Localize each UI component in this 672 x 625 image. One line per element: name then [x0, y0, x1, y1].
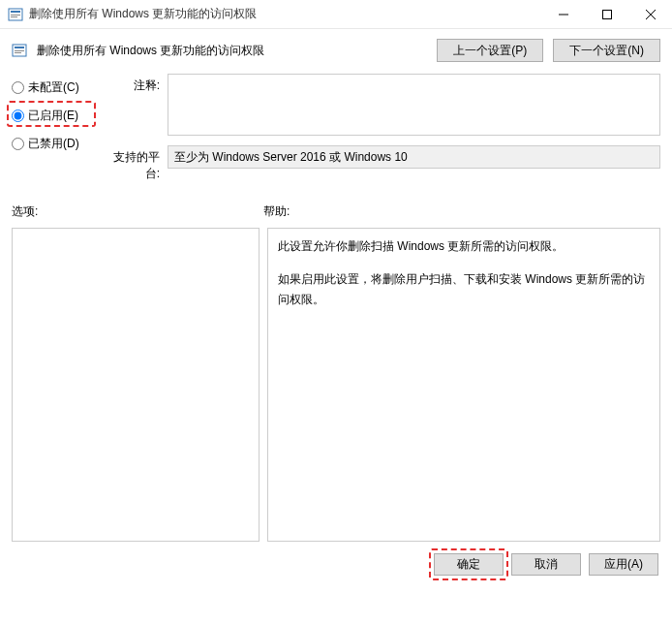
minimize-button[interactable] [541, 0, 585, 28]
radio-disabled[interactable]: 已禁用(D) [12, 136, 113, 152]
content-area: 此设置允许你删除扫描 Windows 更新所需的访问权限。 如果启用此设置，将删… [0, 222, 672, 542]
header-row: 删除使用所有 Windows 更新功能的访问权限 上一个设置(P) 下一个设置(… [0, 29, 672, 68]
policy-icon [8, 7, 23, 22]
fields-column: 注释: 支持的平台: 至少为 Windows Server 2016 或 Win… [113, 74, 660, 192]
radio-enabled-input[interactable] [12, 109, 24, 122]
svg-rect-10 [15, 50, 24, 51]
help-label: 帮助: [263, 203, 290, 220]
svg-rect-1 [11, 11, 20, 13]
help-text-1: 此设置允许你删除扫描 Windows 更新所需的访问权限。 [278, 236, 650, 256]
radio-not-configured-input[interactable] [12, 81, 24, 94]
svg-rect-3 [11, 16, 17, 17]
radio-not-configured[interactable]: 未配置(C) [12, 79, 113, 96]
svg-rect-11 [15, 52, 21, 53]
help-text-2: 如果启用此设置，将删除用户扫描、下载和安装 Windows 更新所需的访问权限。 [278, 269, 650, 309]
options-label: 选项: [12, 203, 263, 220]
comment-input[interactable] [168, 74, 660, 136]
radio-enabled[interactable]: 已启用(E) [12, 108, 113, 124]
close-button[interactable] [628, 0, 672, 28]
footer: 确定 取消 应用(A) [0, 542, 672, 587]
help-panel: 此设置允许你删除扫描 Windows 更新所需的访问权限。 如果启用此设置，将删… [267, 228, 660, 542]
platform-row: 支持的平台: 至少为 Windows Server 2016 或 Windows… [113, 145, 660, 182]
config-area: 未配置(C) 已启用(E) 已禁用(D) 注释: 支持的平台: 至少为 Wind… [0, 68, 672, 198]
policy-name: 删除使用所有 Windows 更新功能的访问权限 [37, 43, 427, 59]
policy-icon [12, 43, 27, 58]
platform-label: 支持的平台: [113, 145, 168, 182]
previous-setting-button[interactable]: 上一个设置(P) [437, 39, 543, 62]
state-radios: 未配置(C) 已启用(E) 已禁用(D) [12, 74, 113, 192]
radio-disabled-input[interactable] [12, 138, 24, 150]
next-setting-button[interactable]: 下一个设置(N) [553, 39, 660, 62]
apply-button[interactable]: 应用(A) [589, 553, 658, 576]
radio-enabled-label[interactable]: 已启用(E) [28, 108, 78, 124]
svg-rect-5 [602, 10, 611, 18]
ok-button-label: 确定 [457, 557, 480, 571]
svg-rect-9 [15, 47, 24, 48]
svg-rect-2 [11, 15, 20, 16]
section-labels: 选项: 帮助: [0, 198, 672, 222]
maximize-button[interactable] [585, 0, 628, 28]
ok-button[interactable]: 确定 [434, 553, 504, 576]
window-controls [541, 0, 672, 28]
comment-row: 注释: [113, 74, 660, 136]
window-title: 删除使用所有 Windows 更新功能的访问权限 [29, 6, 541, 22]
radio-not-configured-label[interactable]: 未配置(C) [28, 79, 79, 96]
radio-disabled-label[interactable]: 已禁用(D) [28, 136, 79, 152]
platform-value: 至少为 Windows Server 2016 或 Windows 10 [168, 145, 660, 169]
options-panel [12, 228, 260, 542]
cancel-button[interactable]: 取消 [511, 553, 581, 576]
comment-label: 注释: [113, 74, 168, 136]
titlebar: 删除使用所有 Windows 更新功能的访问权限 [0, 0, 672, 29]
